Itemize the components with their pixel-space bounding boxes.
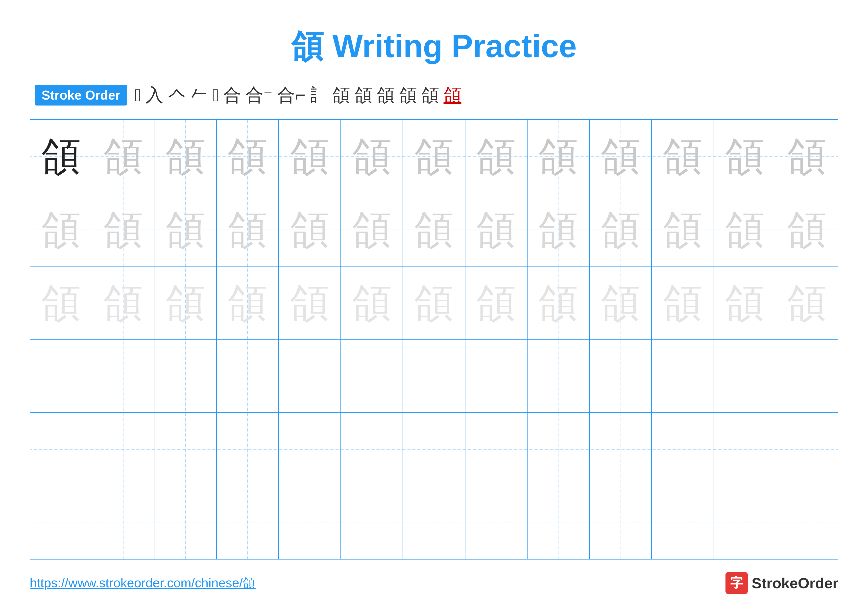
cell-5-8[interactable] — [465, 413, 527, 486]
stroke-13: 頜 — [399, 83, 417, 107]
cell-4-7[interactable] — [403, 340, 465, 412]
cell-2-12: 頜 — [714, 193, 776, 266]
cell-1-6: 頜 — [341, 120, 403, 193]
cell-5-2[interactable] — [92, 413, 154, 486]
cell-2-9: 頜 — [527, 193, 590, 266]
cell-5-10[interactable] — [590, 413, 652, 486]
cell-6-6[interactable] — [341, 486, 403, 559]
cell-1-1: 頜 — [30, 120, 92, 193]
cell-4-12[interactable] — [714, 340, 776, 412]
cell-6-13[interactable] — [776, 486, 838, 559]
page-title: 頜 Writing Practice — [291, 25, 577, 68]
cell-5-9[interactable] — [527, 413, 590, 486]
cell-4-6[interactable] — [341, 340, 403, 412]
cell-4-5[interactable] — [279, 340, 341, 412]
footer-logo: 字 StrokeOrder — [725, 572, 838, 594]
char-guide: 頜 — [725, 283, 764, 323]
char-guide: 頜 — [787, 210, 827, 249]
cell-2-10: 頜 — [590, 193, 652, 266]
cell-2-11: 頜 — [652, 193, 714, 266]
grid-row-4[interactable] — [30, 340, 838, 413]
cell-2-3: 頜 — [154, 193, 217, 266]
char-guide: 頜 — [352, 283, 392, 323]
char-guide: 頜 — [104, 283, 143, 323]
stroke-3: 𠆢 — [168, 85, 186, 105]
cell-4-3[interactable] — [154, 340, 217, 412]
page: 頜 Writing Practice Stroke Order 𠃋 入 𠆢 𠂉 … — [0, 0, 868, 614]
char-guide: 頜 — [787, 137, 827, 176]
footer: https://www.strokeorder.com/chinese/頜 字 … — [30, 572, 838, 594]
stroke-9: 訁 — [310, 83, 328, 107]
cell-4-4[interactable] — [217, 340, 279, 412]
cell-1-4: 頜 — [217, 120, 279, 193]
cell-5-7[interactable] — [403, 413, 465, 486]
char-guide: 頜 — [538, 137, 578, 176]
cell-4-10[interactable] — [590, 340, 652, 412]
cell-6-5[interactable] — [279, 486, 341, 559]
grid-row-6[interactable] — [30, 486, 838, 559]
char-guide: 頜 — [601, 283, 640, 323]
cell-4-1[interactable] — [30, 340, 92, 412]
char-guide: 頜 — [41, 283, 81, 323]
char-guide: 頜 — [290, 137, 330, 176]
cell-3-11: 頜 — [652, 266, 714, 339]
cell-6-11[interactable] — [652, 486, 714, 559]
char-guide: 頜 — [166, 137, 205, 176]
stroke-4: 𠂉 — [190, 85, 208, 105]
cell-1-9: 頜 — [527, 120, 590, 193]
cell-5-1[interactable] — [30, 413, 92, 486]
char-guide: 頜 — [352, 210, 392, 249]
cell-6-10[interactable] — [590, 486, 652, 559]
char-guide: 頜 — [538, 210, 578, 249]
cell-1-10: 頜 — [590, 120, 652, 193]
cell-5-12[interactable] — [714, 413, 776, 486]
char-guide: 頜 — [414, 283, 454, 323]
cell-4-8[interactable] — [465, 340, 527, 412]
char-guide: 頜 — [104, 210, 143, 249]
cell-5-4[interactable] — [217, 413, 279, 486]
cell-6-7[interactable] — [403, 486, 465, 559]
cell-4-13[interactable] — [776, 340, 838, 412]
cell-2-6: 頜 — [341, 193, 403, 266]
cell-6-3[interactable] — [154, 486, 217, 559]
stroke-order-badge: Stroke Order — [35, 85, 127, 106]
stroke-15: 頜 — [444, 83, 462, 107]
cell-6-9[interactable] — [527, 486, 590, 559]
cell-5-11[interactable] — [652, 413, 714, 486]
strokeorder-logo-text: StrokeOrder — [752, 575, 838, 592]
cell-6-2[interactable] — [92, 486, 154, 559]
cell-2-5: 頜 — [279, 193, 341, 266]
char-guide: 頜 — [476, 283, 516, 323]
cell-1-2: 頜 — [92, 120, 154, 193]
cell-1-3: 頜 — [154, 120, 217, 193]
grid-row-3: 頜 頜 頜 頜 頜 頜 頜 頜 頜 — [30, 266, 838, 340]
char-guide: 頜 — [41, 210, 81, 249]
cell-5-6[interactable] — [341, 413, 403, 486]
cell-4-9[interactable] — [527, 340, 590, 412]
cell-3-12: 頜 — [714, 266, 776, 339]
cell-6-1[interactable] — [30, 486, 92, 559]
char-guide: 頜 — [476, 210, 516, 249]
cell-1-5: 頜 — [279, 120, 341, 193]
cell-5-13[interactable] — [776, 413, 838, 486]
char-guide: 頜 — [725, 137, 764, 176]
grid-row-5[interactable] — [30, 413, 838, 486]
cell-6-8[interactable] — [465, 486, 527, 559]
stroke-11: 頜 — [355, 83, 372, 107]
cell-5-3[interactable] — [154, 413, 217, 486]
cell-2-13: 頜 — [776, 193, 838, 266]
cell-3-1: 頜 — [30, 266, 92, 339]
cell-5-5[interactable] — [279, 413, 341, 486]
cell-6-4[interactable] — [217, 486, 279, 559]
cell-1-13: 頜 — [776, 120, 838, 193]
cell-4-2[interactable] — [92, 340, 154, 412]
char-guide: 頜 — [663, 210, 702, 249]
grid-row-2: 頜 頜 頜 頜 頜 頜 頜 頜 頜 — [30, 193, 838, 266]
cell-2-2: 頜 — [92, 193, 154, 266]
cell-2-7: 頜 — [403, 193, 465, 266]
footer-url[interactable]: https://www.strokeorder.com/chinese/頜 — [30, 574, 256, 592]
cell-4-11[interactable] — [652, 340, 714, 412]
char-guide: 頜 — [166, 283, 205, 323]
cell-6-12[interactable] — [714, 486, 776, 559]
char-guide: 頜 — [352, 137, 392, 176]
